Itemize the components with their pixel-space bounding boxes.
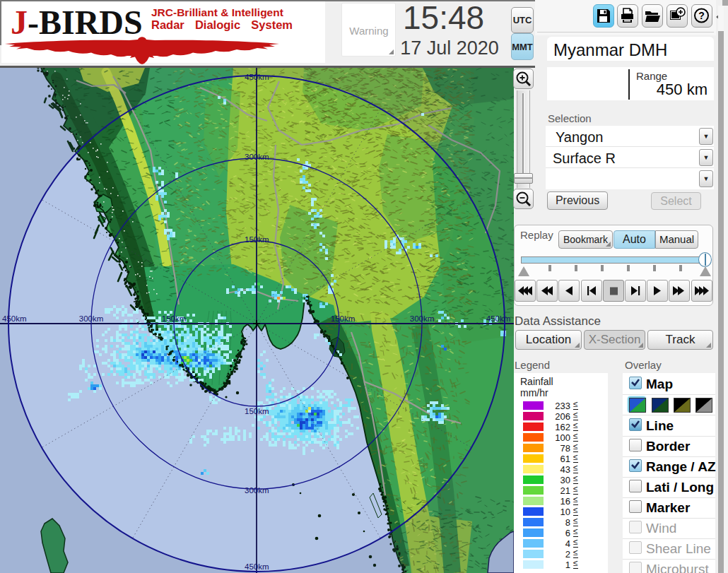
svg-text:150km: 150km xyxy=(245,407,269,415)
svg-text:300km: 300km xyxy=(410,314,435,323)
svg-text:300km: 300km xyxy=(245,486,269,495)
svg-text:450km: 450km xyxy=(245,73,269,81)
svg-text:150km: 150km xyxy=(162,314,187,323)
svg-text:150km: 150km xyxy=(331,314,356,323)
svg-text:450km: 450km xyxy=(486,314,511,323)
svg-text:300km: 300km xyxy=(245,153,269,161)
svg-text:300km: 300km xyxy=(79,314,104,323)
svg-text:150km: 150km xyxy=(245,235,269,244)
svg-text:450km: 450km xyxy=(2,314,27,323)
svg-text:?: ? xyxy=(698,10,705,21)
svg-text:450km: 450km xyxy=(245,562,269,571)
